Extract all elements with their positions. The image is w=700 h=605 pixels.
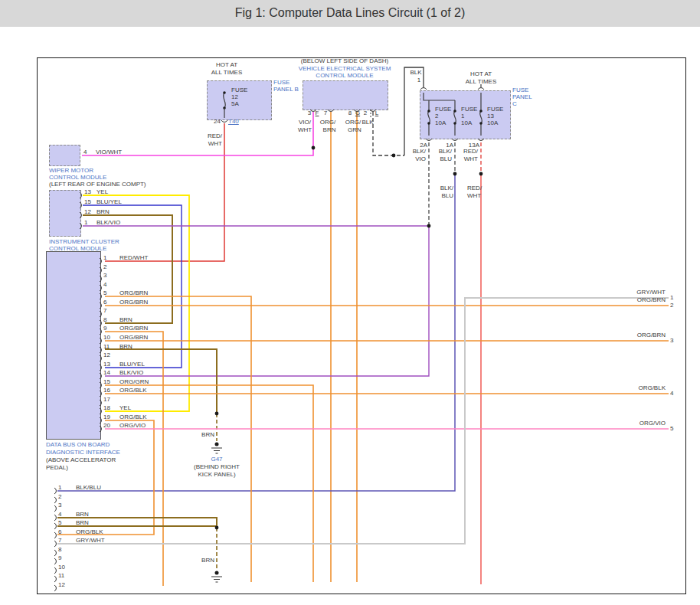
databus-pin-number-19: 19 [103, 414, 110, 420]
figure-title: Fig 1: Computer Data Lines Circuit (1 of… [235, 6, 466, 20]
fpc-drop-red-wht-1: RED/ [463, 149, 478, 155]
databus-pin-number-9: 9 [103, 325, 106, 332]
vecm-name-2: CONTROL MODULE [316, 73, 373, 79]
fpc-hot-label-1: HOT AT [470, 71, 492, 77]
bottom-pin-number-6: 6 [58, 529, 61, 535]
fpc-fuse-amp-1: 10A [461, 120, 472, 126]
databus-name-1: DATA BUS ON BOARD [46, 442, 110, 448]
vecm-pin-F: F [316, 110, 319, 116]
databus-pin-number-14: 14 [103, 370, 110, 376]
vecm-wire4: BLK [361, 119, 373, 126]
wiper-pin-4: 4 [83, 149, 87, 155]
fpc-fuse-num-13: 13 [487, 113, 494, 119]
databus-pin-number-18: 18 [103, 405, 110, 411]
fpc-fuse-word-13: FUSE [487, 106, 503, 113]
fpb-connector-t40-link[interactable]: T40 [228, 119, 239, 125]
databus-pin-number-4: 4 [103, 282, 106, 288]
bottom-pin-number-11: 11 [58, 573, 64, 579]
instrument-cluster-box [49, 190, 81, 237]
fuse-panel-c-box [420, 90, 511, 139]
vecm-pin-3: 3 [308, 110, 311, 116]
fpc-drop-blk-vio-1: BLK/ [413, 149, 426, 155]
right-exit-wire-3: ORG/BRN [637, 332, 666, 338]
bottom-pin-number-8: 8 [58, 547, 61, 553]
databus-pin-number-11: 11 [103, 344, 110, 350]
fpc-pin-2A: 2A [420, 142, 427, 149]
databus-pin-number-2: 2 [103, 264, 106, 270]
wiring-diagram-page: Fig 1: Computer Data Lines Circuit (1 of… [0, 0, 700, 605]
right-exit-wire-4: ORG/BLK [638, 385, 666, 391]
cluster-pin-number-13: 13 [84, 189, 91, 195]
fpc-fuse-num-2: 2 [435, 113, 438, 119]
databus-pin-number-5: 5 [103, 290, 106, 296]
databus-pin-wire-11: BRN [119, 344, 132, 350]
vecm-location: (BELOW LEFT SIDE OF DASH) [301, 58, 389, 64]
g47-location-2: KICK PANEL) [198, 472, 235, 478]
databus-pin-number-13: 13 [103, 361, 110, 368]
g47-link[interactable]: G47 [211, 456, 222, 463]
fpc-name-3: C [512, 101, 517, 107]
databus-location-2: PEDAL) [46, 465, 68, 471]
fpb-fuse-word: FUSE [231, 87, 247, 93]
fpb-name-1: FUSE [273, 80, 289, 86]
fpc-name-2: PANEL [512, 94, 532, 100]
fpc-pin1-label: 1 [417, 77, 420, 83]
cluster-name-1: INSTRUMENT CLUSTER [49, 239, 119, 245]
databus-pin-wire-19: ORG/BLK [119, 414, 147, 420]
vecm-wire3a: ORG/ [345, 119, 361, 126]
bottom-pin-wire-7: GRY/WHT [76, 538, 105, 544]
right-exit-number-4: 4 [670, 391, 673, 397]
databus-pin-wire-15: ORG/GRN [119, 379, 149, 385]
databus-pin-wire-8: BRN [119, 317, 132, 323]
databus-pin-wire-18: YEL [119, 405, 131, 411]
fpc-drop2-blk-blu-2: BLU [441, 193, 453, 199]
vecm-pin-G: G [355, 110, 360, 116]
cluster-pin-number-1: 1 [84, 220, 87, 226]
vecm-pin-7: 7 [324, 110, 327, 116]
fpc-fuse-word-2: FUSE [435, 106, 451, 113]
right-exit-number-2: 2 [670, 302, 673, 309]
fpc-pin-1A: 1A [446, 142, 453, 149]
databus-pin-number-8: 8 [103, 317, 106, 323]
vecm-wire1b: WHT [298, 127, 312, 133]
fpb-wire-label-2: WHT [208, 141, 222, 147]
databus-pin-number-6: 6 [103, 299, 106, 306]
fpb-pin-24: 24 [214, 119, 221, 125]
vehicle-electrical-module-box [303, 80, 388, 110]
fpc-drop-blk-blu-1: BLK/ [439, 149, 452, 155]
cluster-name-2: CONTROL MODULE [49, 246, 106, 252]
fpc-hot-label-2: ALL TIMES [466, 79, 496, 85]
databus-location-1: (ABOVE ACCELERATOR [46, 457, 116, 463]
databus-pin-number-12: 12 [103, 352, 110, 358]
fpc-fuse-num-1: 1 [461, 113, 464, 119]
bottom-pin-wire-4: BRN [76, 512, 89, 518]
bottom-pin-number-2: 2 [58, 494, 61, 500]
fpc-drop-blk-blu-2: BLU [440, 156, 452, 162]
databus-pin-wire-6: ORG/BRN [119, 299, 148, 306]
cluster-pin-number-12: 12 [84, 209, 91, 215]
databus-pin-number-1: 1 [103, 255, 106, 261]
fpc-fuse-word-1: FUSE [461, 106, 477, 113]
fpc-blk-label: BLK [410, 70, 421, 76]
bottom-pin-number-9: 9 [58, 555, 61, 561]
fpc-name-1: FUSE [512, 87, 528, 93]
bottom-pin-number-3: 3 [58, 502, 61, 509]
cluster-pin-wire-12: BRN [96, 209, 110, 215]
databus-pin-wire-14: BLK/VIO [119, 370, 143, 376]
fpc-fuse-amp-13: 10A [487, 120, 498, 126]
fpb-wire-label-1: RED/ [208, 133, 222, 139]
vecm-wire3b: GRN [348, 127, 361, 133]
databus-pin-wire-1: RED/WHT [119, 255, 148, 261]
bottom-pin-wire-1: BLK/BLU [76, 485, 101, 491]
vecm-wire2b: BRN [323, 127, 336, 133]
bottom-pin-number-1: 1 [58, 485, 61, 491]
vecm-pin-L: L [375, 110, 378, 116]
data-bus-interface-box [46, 251, 101, 440]
bottom-pin-number-12: 12 [58, 582, 65, 588]
right-exit-wire-2: ORG/BRN [637, 297, 666, 303]
vecm-name-1: VEHICLE ELECTRICAL SYSTEM [299, 66, 391, 72]
databus-pin-number-7: 7 [103, 308, 106, 314]
fpb-fuse-amp: 5A [231, 101, 239, 107]
fpb-fuse-num: 12 [231, 94, 238, 100]
fpc-drop2-red-wht-2: WHT [467, 193, 481, 199]
